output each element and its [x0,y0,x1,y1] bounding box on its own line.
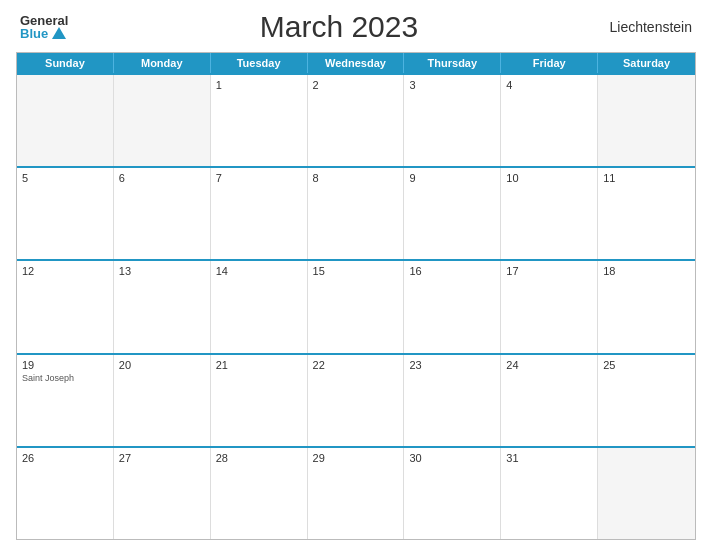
cell-mar-16: 16 [404,261,501,352]
cell-mar-21: 21 [211,355,308,446]
cell-mar-23: 23 [404,355,501,446]
header-wednesday: Wednesday [308,53,405,73]
header-thursday: Thursday [404,53,501,73]
cell-mar-18: 18 [598,261,695,352]
cell-mar-17: 17 [501,261,598,352]
logo-triangle-icon [52,27,66,39]
cell-mar-29: 29 [308,448,405,539]
calendar-header-row: Sunday Monday Tuesday Wednesday Thursday… [17,53,695,73]
calendar-week-2: 5 6 7 8 9 10 11 [17,166,695,259]
calendar-body: 1 2 3 4 5 6 7 8 9 10 11 12 13 14 15 [17,73,695,539]
cell-mar-6: 6 [114,168,211,259]
cell-mar-12: 12 [17,261,114,352]
cell-mar-14: 14 [211,261,308,352]
cell-mar-19: 19 Saint Joseph [17,355,114,446]
cell-mar-30: 30 [404,448,501,539]
cell-mar-20: 20 [114,355,211,446]
event-saint-joseph: Saint Joseph [22,373,108,383]
cell-mar-10: 10 [501,168,598,259]
cell-mar-26: 26 [17,448,114,539]
cell-mar-1: 1 [211,75,308,166]
cell-mar-9: 9 [404,168,501,259]
page-title: March 2023 [68,10,609,44]
cell-mar-3: 3 [404,75,501,166]
calendar-page: General Blue March 2023 Liechtenstein Su… [0,0,712,550]
header-sunday: Sunday [17,53,114,73]
header-tuesday: Tuesday [211,53,308,73]
cell-mar-31: 31 [501,448,598,539]
calendar-week-1: 1 2 3 4 [17,73,695,166]
cell-mar-11: 11 [598,168,695,259]
cell-mar-8: 8 [308,168,405,259]
cell-mar-25: 25 [598,355,695,446]
logo-blue-text: Blue [20,27,48,40]
cell-w5-sat [598,448,695,539]
cell-w1-mon [114,75,211,166]
cell-w1-sat [598,75,695,166]
calendar-week-4: 19 Saint Joseph 20 21 22 23 24 25 [17,353,695,446]
cell-mar-2: 2 [308,75,405,166]
cell-mar-4: 4 [501,75,598,166]
cell-mar-13: 13 [114,261,211,352]
calendar-week-5: 26 27 28 29 30 31 [17,446,695,539]
header: General Blue March 2023 Liechtenstein [16,10,696,44]
cell-mar-28: 28 [211,448,308,539]
cell-mar-22: 22 [308,355,405,446]
calendar-week-3: 12 13 14 15 16 17 18 [17,259,695,352]
logo: General Blue [20,14,68,41]
logo-general-text: General [20,14,68,27]
calendar: Sunday Monday Tuesday Wednesday Thursday… [16,52,696,540]
cell-w1-sun [17,75,114,166]
cell-mar-27: 27 [114,448,211,539]
header-friday: Friday [501,53,598,73]
header-monday: Monday [114,53,211,73]
logo-blue-row: Blue [20,27,66,41]
cell-mar-15: 15 [308,261,405,352]
header-saturday: Saturday [598,53,695,73]
country-label: Liechtenstein [609,19,692,35]
cell-mar-24: 24 [501,355,598,446]
cell-mar-7: 7 [211,168,308,259]
cell-mar-5: 5 [17,168,114,259]
